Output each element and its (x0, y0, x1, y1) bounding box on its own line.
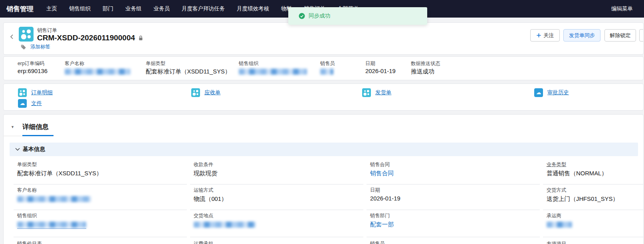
field-delivery-method: 交货方式 送货上门（JHFS01_SYS） (543, 184, 644, 210)
field-business-type: 业务类型 普通销售（NORMAL） (543, 159, 644, 184)
field-label: erp订单编码 (18, 60, 44, 67)
redacted-value (547, 222, 572, 228)
field-label: 销售部门 (370, 212, 390, 219)
field-label: 销售组织 (239, 60, 258, 67)
tag-icon (20, 44, 26, 50)
custom-object-icon (18, 88, 27, 97)
field-value: 配套标准订单（XSDD11_SYS） (146, 68, 231, 75)
field-date: 日期 2026-01-19 (367, 184, 540, 210)
field-label: 单据类型 (146, 60, 165, 67)
field-sales-department: 销售部门 配套一部 (367, 210, 540, 237)
field-label: 销售价目表 (17, 240, 42, 244)
field-value: 物流（001） (194, 195, 227, 203)
plus-icon (536, 33, 541, 38)
custom-object-icon (191, 88, 200, 97)
sales-department-link[interactable]: 配套一部 (370, 221, 394, 228)
field-label: 销售组织 (17, 212, 37, 219)
object-label: 销售订单 (37, 27, 57, 34)
related-link-files: ☁ 文件 (18, 99, 42, 108)
field-label: 客户名称 (65, 60, 84, 67)
edit-menu-link[interactable]: 编辑菜单 (611, 5, 633, 12)
field-label: 交货方式 (547, 187, 566, 194)
field-label: 销售合同 (370, 161, 390, 168)
field-value: 2026-01-19 (370, 195, 400, 202)
field-special-project: 专项项目 (543, 238, 644, 244)
field-label: 客户名称 (17, 187, 37, 194)
related-link-order-lines: 订单明细 (18, 88, 53, 97)
unlock-button[interactable]: 解除锁定 (604, 29, 636, 42)
field-label: 承运商 (547, 212, 561, 219)
redacted-value (65, 69, 131, 75)
redacted-value (239, 69, 307, 75)
app-title: 销售管理 (6, 4, 34, 14)
redacted-value (17, 196, 91, 202)
field-label: 运输方式 (194, 187, 213, 194)
redacted-value (320, 69, 333, 75)
nav-item-sales-org[interactable]: 销售组织 (69, 5, 91, 12)
related-link-shipments: 发货单 (362, 88, 392, 97)
related-links-card: 订单明细 应收单 发货单 ☁ 审批历史 ☁ 文件 (3, 83, 644, 111)
field-label: 收款条件 (194, 161, 213, 168)
field-label: 日期 (370, 187, 380, 194)
shipment-sync-button[interactable]: 发货单同步 (563, 29, 600, 42)
redacted-value (194, 222, 256, 228)
follow-button[interactable]: 关注 (530, 29, 560, 42)
field-freight-bearer: 运费承担 (190, 238, 363, 244)
follow-button-label: 关注 (543, 32, 554, 39)
field-label: 交货地点 (194, 212, 213, 219)
field-sales-org: 销售组织 (14, 210, 187, 237)
related-link-approval-history: ☁ 审批历史 (534, 88, 569, 97)
field-price-list: 销售价目表 (14, 238, 187, 244)
files-link[interactable]: 文件 (31, 100, 42, 107)
redacted-value (17, 222, 86, 228)
field-transport-mode: 运输方式 物流（001） (190, 184, 363, 210)
sales-contract-link[interactable]: 销售合同 (370, 170, 394, 177)
field-carrier: 承运商 (543, 210, 644, 237)
record-header-card: 销售订单 CRM-XSDD-2026011900004 添加标签 关注 发货单同… (3, 22, 644, 55)
summary-bar: erp订单编码 erp:690136 客户名称 单据类型 配套标准订单（XSDD… (3, 56, 644, 80)
field-value: 配套标准订单（XSDD11_SYS） (17, 170, 102, 177)
field-value: 送货上门（JHFS01_SYS） (547, 195, 618, 203)
field-value: 现款现货 (194, 170, 217, 177)
chevron-down-icon (15, 148, 20, 151)
nav-item-business-group[interactable]: 业务组 (125, 5, 142, 12)
field-doc-type: 单据类型 配套标准订单（XSDD11_SYS） (14, 159, 187, 184)
field-salesperson: 销售员 (367, 238, 540, 244)
field-value: 2026-01-19 (365, 68, 396, 74)
lock-icon (138, 35, 143, 41)
custom-object-icon (362, 88, 371, 97)
collapse-triangle-icon[interactable]: ▼ (11, 125, 14, 129)
section-basic-info[interactable]: 基本信息 (10, 143, 638, 156)
nav-item-salesperson[interactable]: 业务员 (154, 5, 170, 12)
nav-item-department[interactable]: 部门 (103, 5, 113, 12)
field-value: 推送成功 (411, 68, 434, 75)
field-customer-name: 客户名称 (14, 184, 187, 210)
field-label: 单据类型 (17, 161, 37, 168)
shipments-link[interactable]: 发货单 (375, 89, 392, 96)
tab-detail-info[interactable]: 详细信息 (22, 123, 49, 131)
add-tag-link[interactable]: 添加标签 (30, 44, 50, 50)
record-number: CRM-XSDD-2026011900004 (37, 34, 135, 42)
edit-button[interactable]: 编辑 (639, 29, 644, 42)
sales-order-object-icon (19, 27, 34, 42)
field-label: 数据推送状态 (411, 60, 440, 67)
field-label: 业务类型 (547, 161, 566, 168)
field-value: erp:690136 (18, 68, 48, 74)
field-value: 普通销售（NORMAL） (547, 170, 607, 177)
field-sales-contract: 销售合同 销售合同 (367, 159, 540, 184)
sync-success-toast: 同步成功 (288, 7, 427, 25)
order-lines-link[interactable]: 订单明细 (31, 89, 53, 96)
cloud-icon: ☁ (18, 99, 27, 108)
approval-history-link[interactable]: 审批历史 (547, 89, 569, 96)
nav-item-monthly-kpi[interactable]: 月度绩效考核 (237, 5, 269, 12)
section-title: 基本信息 (23, 146, 45, 153)
receivables-link[interactable]: 应收单 (204, 89, 221, 96)
field-label: 销售员 (320, 60, 335, 67)
toast-message: 同步成功 (309, 12, 330, 20)
nav-item-home[interactable]: 主页 (46, 5, 57, 12)
detail-card: ▼ 详细信息 基本信息 单据类型 配套标准订单（XSDD11_SYS） 收款条件… (3, 114, 644, 244)
back-chevron-icon[interactable] (9, 34, 15, 40)
related-link-receivables: 应收单 (191, 88, 221, 97)
field-delivery-location: 交货地点 (190, 210, 363, 237)
nav-item-monthly-visit-tasks[interactable]: 月度客户拜访任务 (182, 5, 225, 12)
